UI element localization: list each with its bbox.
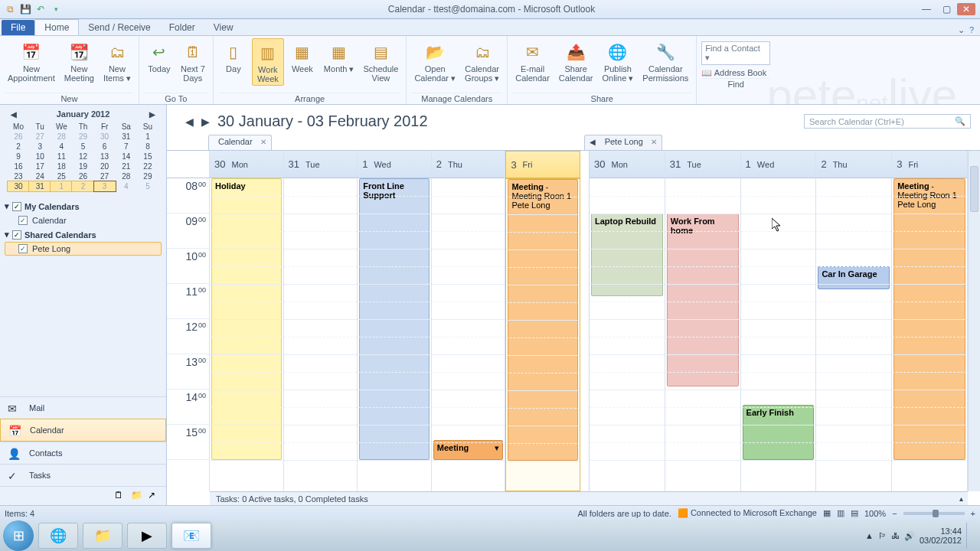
shortcuts-icon[interactable]: ↗ [148, 490, 160, 502]
day-header[interactable]: 30Mon [590, 151, 665, 178]
schedule-view-button[interactable]: ▤Schedule View [361, 38, 402, 84]
start-button[interactable]: ⊞ [3, 520, 34, 551]
mini-cal-day[interactable]: 19 [72, 161, 93, 171]
qat-dropdown-icon[interactable]: ▾ [49, 2, 63, 16]
today-button[interactable]: ↩Today [144, 38, 175, 75]
day-header[interactable]: 30Mon [210, 151, 284, 178]
mini-cal-day[interactable]: 10 [29, 152, 51, 161]
close-button[interactable]: ✕ [957, 3, 975, 15]
mini-cal-day[interactable]: 6 [94, 142, 116, 152]
zoom-in-icon[interactable]: + [971, 509, 975, 518]
close-pete-tab-icon[interactable]: ✕ [651, 138, 657, 146]
taskbar-outlook[interactable]: 📧 [172, 523, 211, 549]
day-col-wed[interactable]: Front Line Support [358, 178, 432, 491]
tab-home[interactable]: Home [34, 19, 79, 35]
day-col-wed-2[interactable]: Early Finish [741, 178, 817, 491]
mini-cal-day[interactable]: 18 [51, 161, 72, 171]
day-header[interactable]: 2Thu [432, 151, 506, 178]
mini-cal-day[interactable]: 11 [51, 152, 72, 161]
vertical-scrollbar[interactable] [968, 151, 980, 491]
mini-cal-day[interactable]: 9 [8, 152, 29, 161]
event-wfh[interactable]: Work From home [667, 214, 739, 386]
mini-cal-day[interactable]: 1 [137, 132, 158, 142]
tray-action-icon[interactable]: 🏳 [878, 531, 887, 540]
mini-cal-day[interactable]: 14 [116, 152, 137, 161]
system-clock[interactable]: 13:4403/02/2012 [920, 527, 962, 545]
next-7-days-button[interactable]: 🗓Next 7 Days [178, 38, 208, 84]
mini-cal-day[interactable]: 13 [94, 152, 116, 161]
mini-cal-day[interactable]: 7 [116, 142, 137, 152]
event-early[interactable]: Early Finish [743, 405, 815, 460]
notes-icon[interactable]: 🗒 [114, 490, 126, 502]
mini-cal-day[interactable]: 5 [137, 181, 158, 191]
mini-cal-day[interactable]: 28 [116, 171, 137, 181]
week-view-button[interactable]: ▦Week [287, 38, 318, 75]
overlay-arrow-icon[interactable]: ◀ [590, 138, 596, 146]
day-header[interactable]: 2Thu [816, 151, 892, 178]
open-calendar-button[interactable]: 📂Open Calendar ▾ [411, 38, 459, 84]
tray-network-icon[interactable]: 🖧 [891, 531, 900, 540]
maximize-button[interactable]: ▢ [937, 3, 956, 15]
close-calendar-tab-icon[interactable]: ✕ [260, 138, 266, 146]
nav-calendar[interactable]: 📅Calendar [0, 419, 166, 442]
folder-icon[interactable]: 📁 [131, 490, 143, 502]
zoom-out-icon[interactable]: − [892, 509, 897, 518]
prev-month-icon[interactable]: ◀ [11, 110, 17, 119]
mini-cal-day[interactable]: 22 [137, 161, 158, 171]
email-calendar-button[interactable]: ✉E-mail Calendar [512, 38, 553, 84]
minimize-ribbon-icon[interactable]: ⌄ [958, 25, 965, 35]
nav-contacts[interactable]: 👤Contacts [0, 442, 166, 464]
publish-online-button[interactable]: 🌐Publish Online ▾ [599, 38, 637, 84]
tab-folder[interactable]: Folder [160, 20, 204, 35]
search-calendar-input[interactable]: Search Calendar (Ctrl+E)🔍 [804, 114, 971, 129]
mini-cal-day[interactable]: 29 [72, 132, 93, 142]
new-meeting-button[interactable]: 📆New Meeting [61, 38, 97, 84]
calendar-groups-button[interactable]: 🗂Calendar Groups ▾ [462, 38, 502, 84]
mini-cal-day[interactable]: 29 [137, 171, 158, 181]
nav-mail[interactable]: ✉Mail [0, 396, 166, 419]
mini-cal-day[interactable]: 2 [71, 181, 94, 192]
mini-cal-day[interactable]: 2 [8, 142, 29, 152]
day-col-mon[interactable]: Holiday [210, 178, 284, 491]
day-col-fri[interactable]: Meeting - Meeting Roon 1Pete Long [505, 178, 580, 491]
mini-cal-day[interactable]: 30 [7, 181, 30, 192]
mini-cal-day[interactable]: 21 [116, 161, 137, 171]
mini-cal-day[interactable]: 3 [93, 181, 116, 192]
day-col-thu[interactable]: Meeting ▾ [432, 178, 506, 491]
tab-view[interactable]: View [204, 20, 243, 35]
day-header[interactable]: 3Fri [505, 151, 580, 178]
tab-file[interactable]: File [2, 20, 34, 35]
new-appointment-button[interactable]: 📅New Appointment [5, 38, 58, 84]
day-view-button[interactable]: ▯Day [218, 38, 249, 75]
date-navigator[interactable]: ◀ January 2012 ▶ MoTuWeThFrSaSu262728293… [0, 105, 166, 194]
day-col-tue-2[interactable]: Work From home [665, 178, 741, 491]
event-car[interactable]: Car In Garage [818, 266, 890, 289]
new-items-button[interactable]: 🗂New Items ▾ [100, 38, 134, 84]
tray-flag-icon[interactable]: ▲ [865, 531, 874, 540]
mini-cal-day[interactable]: 20 [94, 161, 116, 171]
address-book-button[interactable]: 📖 Address Book [701, 68, 770, 78]
mini-cal-day[interactable]: 3 [29, 142, 51, 152]
view-list-icon[interactable]: ▤ [851, 508, 858, 518]
next-month-icon[interactable]: ▶ [149, 110, 155, 119]
day-header[interactable]: 1Wed [358, 151, 432, 178]
tab-send-receive[interactable]: Send / Receive [79, 20, 159, 35]
minimize-button[interactable]: — [917, 3, 936, 15]
taskbar-explorer[interactable]: 📁 [83, 523, 122, 549]
tasks-bar[interactable]: Tasks: 0 Active tasks, 0 Completed tasks… [210, 491, 968, 505]
tray-sound-icon[interactable]: 🔊 [904, 531, 915, 541]
taskbar-media[interactable]: ▶ [127, 523, 167, 549]
mini-cal-day[interactable]: 31 [28, 181, 51, 192]
prev-week-icon[interactable]: ◀ [185, 116, 194, 128]
save-icon[interactable]: 💾 [18, 2, 32, 16]
nav-tasks[interactable]: ✓Tasks [0, 464, 166, 486]
day-header[interactable]: 3Fri [892, 151, 968, 178]
mini-cal-day[interactable]: 5 [72, 142, 93, 152]
share-calendar-button[interactable]: 📤Share Calendar [556, 38, 596, 84]
calendar-tab[interactable]: Calendar✕ [208, 135, 272, 150]
calendar-item[interactable]: ✓ Calendar [5, 214, 162, 227]
day-header[interactable]: 1Wed [741, 151, 817, 178]
pete-long-tab[interactable]: ◀Pete Long✕ [584, 135, 662, 150]
zoom-slider[interactable] [903, 512, 965, 515]
calendar-permissions-button[interactable]: 🔧Calendar Permissions [639, 38, 691, 84]
